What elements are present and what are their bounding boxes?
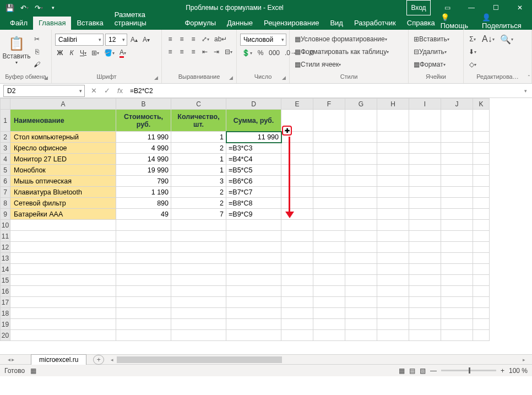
cell[interactable] bbox=[226, 297, 281, 308]
cell[interactable] bbox=[473, 198, 490, 209]
cell[interactable] bbox=[10, 220, 116, 231]
cell[interactable] bbox=[345, 176, 377, 187]
column-header[interactable]: F bbox=[313, 99, 345, 110]
accept-formula-icon[interactable]: ✓ bbox=[100, 86, 113, 95]
cell[interactable] bbox=[116, 297, 171, 308]
cell[interactable] bbox=[313, 176, 345, 187]
cell[interactable] bbox=[345, 220, 377, 231]
autosum-icon[interactable]: Σ bbox=[467, 34, 478, 45]
row-header[interactable]: 15 bbox=[1, 275, 10, 286]
row-header[interactable]: 18 bbox=[1, 308, 10, 319]
cell[interactable] bbox=[171, 297, 226, 308]
cell[interactable] bbox=[409, 319, 441, 330]
cell[interactable] bbox=[409, 198, 441, 209]
cell[interactable] bbox=[10, 319, 116, 330]
column-header[interactable]: B bbox=[116, 99, 171, 110]
indent-dec-icon[interactable]: ⇤ bbox=[200, 46, 210, 57]
cell[interactable] bbox=[345, 308, 377, 319]
cell[interactable] bbox=[473, 165, 490, 176]
cell[interactable] bbox=[281, 286, 313, 297]
cancel-formula-icon[interactable]: ✕ bbox=[87, 86, 100, 95]
row-header[interactable]: 1 bbox=[1, 110, 10, 132]
row-header[interactable]: 10 bbox=[1, 220, 10, 231]
cell[interactable]: 890 bbox=[116, 198, 171, 209]
cell[interactable] bbox=[281, 143, 313, 154]
cell[interactable] bbox=[441, 132, 473, 143]
cell[interactable]: =B7*C7 bbox=[226, 187, 281, 198]
tab-home[interactable]: Главная bbox=[33, 17, 71, 30]
grow-font-icon[interactable]: A▴ bbox=[129, 34, 139, 45]
font-size-select[interactable]: 12 bbox=[105, 34, 127, 46]
cell[interactable] bbox=[226, 220, 281, 231]
cell[interactable] bbox=[313, 242, 345, 253]
cell[interactable]: Батарейки AAA bbox=[10, 209, 116, 220]
cell[interactable] bbox=[441, 220, 473, 231]
cell[interactable] bbox=[473, 330, 490, 341]
row-header[interactable]: 6 bbox=[1, 176, 10, 187]
dialog-launcher-icon[interactable]: ◢ bbox=[229, 75, 233, 80]
cell[interactable] bbox=[441, 286, 473, 297]
cell[interactable] bbox=[441, 297, 473, 308]
cell[interactable] bbox=[281, 176, 313, 187]
cell[interactable] bbox=[313, 198, 345, 209]
cell[interactable] bbox=[116, 220, 171, 231]
cell[interactable] bbox=[409, 242, 441, 253]
macro-record-icon[interactable]: ▦ bbox=[30, 367, 36, 375]
tab-file[interactable]: Файл bbox=[4, 17, 33, 30]
cell[interactable] bbox=[473, 275, 490, 286]
column-header[interactable]: J bbox=[441, 99, 473, 110]
underline-button[interactable]: Ч bbox=[78, 47, 88, 58]
format-cells-button[interactable]: ▦ Формат bbox=[412, 59, 447, 70]
cell[interactable] bbox=[441, 231, 473, 242]
cell[interactable] bbox=[377, 110, 409, 132]
dialog-launcher-icon[interactable]: ◢ bbox=[44, 75, 48, 80]
cell[interactable] bbox=[409, 187, 441, 198]
cell[interactable] bbox=[345, 286, 377, 297]
cell[interactable] bbox=[10, 308, 116, 319]
paste-button[interactable]: 📋 Вставить ▾ bbox=[3, 34, 30, 65]
cell[interactable] bbox=[345, 253, 377, 264]
cell[interactable]: 3 bbox=[171, 176, 226, 187]
table-header[interactable]: Наименование bbox=[10, 110, 116, 132]
cell[interactable]: 1 bbox=[171, 132, 226, 143]
row-header[interactable]: 9 bbox=[1, 209, 10, 220]
cell[interactable] bbox=[377, 253, 409, 264]
cell[interactable] bbox=[377, 187, 409, 198]
column-header[interactable]: I bbox=[409, 99, 441, 110]
cell[interactable] bbox=[345, 198, 377, 209]
row-header[interactable]: 3 bbox=[1, 143, 10, 154]
row-header[interactable]: 13 bbox=[1, 253, 10, 264]
cell[interactable] bbox=[377, 275, 409, 286]
row-header[interactable]: 11 bbox=[1, 231, 10, 242]
column-header[interactable]: E bbox=[281, 99, 313, 110]
align-left-icon[interactable]: ≡ bbox=[165, 46, 175, 57]
cell[interactable] bbox=[10, 297, 116, 308]
tab-help[interactable]: Справка bbox=[401, 17, 441, 30]
cell[interactable]: 2 bbox=[171, 198, 226, 209]
tell-me[interactable]: 💡 Помощь bbox=[441, 13, 475, 30]
font-color-icon[interactable]: A bbox=[118, 47, 128, 58]
column-header[interactable]: C bbox=[171, 99, 226, 110]
cell[interactable] bbox=[473, 132, 490, 143]
cell[interactable] bbox=[313, 154, 345, 165]
cell[interactable] bbox=[441, 319, 473, 330]
cell[interactable]: =B4*C4 bbox=[226, 154, 281, 165]
add-sheet-icon[interactable]: + bbox=[93, 355, 104, 365]
cell[interactable] bbox=[281, 187, 313, 198]
cell[interactable] bbox=[345, 264, 377, 275]
cell[interactable] bbox=[377, 231, 409, 242]
cell[interactable] bbox=[473, 286, 490, 297]
cell[interactable] bbox=[116, 275, 171, 286]
cell[interactable] bbox=[116, 231, 171, 242]
row-header[interactable]: 7 bbox=[1, 187, 10, 198]
column-header[interactable]: H bbox=[377, 99, 409, 110]
insert-cells-button[interactable]: ⊞ Вставить bbox=[412, 34, 451, 45]
cell[interactable] bbox=[377, 242, 409, 253]
login-button[interactable]: Вход bbox=[406, 0, 431, 15]
cell[interactable] bbox=[441, 275, 473, 286]
cell[interactable] bbox=[409, 275, 441, 286]
align-top-icon[interactable]: ≡ bbox=[165, 34, 175, 45]
cell[interactable] bbox=[226, 308, 281, 319]
cell[interactable] bbox=[377, 297, 409, 308]
cell[interactable] bbox=[345, 154, 377, 165]
